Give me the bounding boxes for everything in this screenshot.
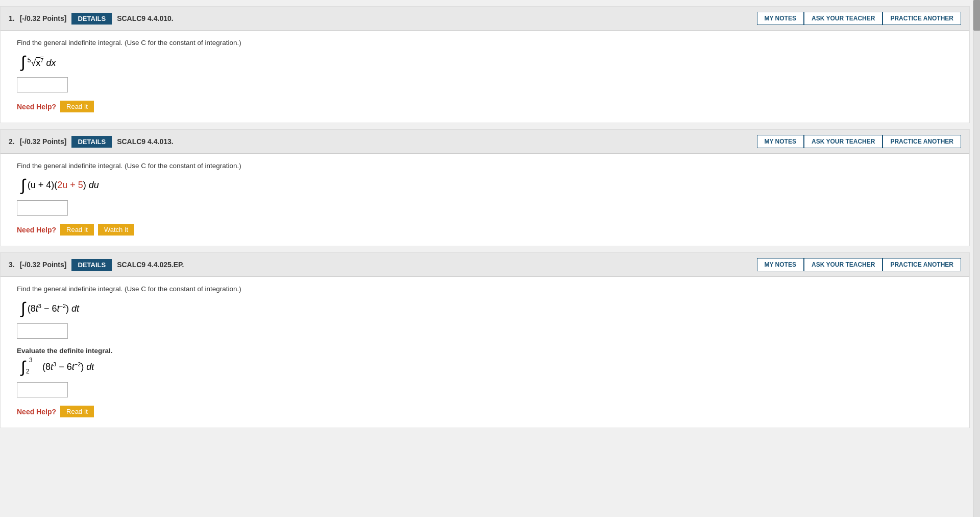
problem-2-instruction: Find the general indefinite integral. (U… (17, 162, 953, 170)
problem-1-code: SCALC9 4.4.010. (117, 14, 751, 22)
problem-1-number: 1. (9, 14, 15, 22)
problem-3-points: [-/0.32 Points] (20, 261, 67, 269)
problem-3-body: Find the general indefinite integral. (U… (1, 277, 969, 428)
problem-3-definite-expr: (8t3 − 6t−2) dt (42, 361, 94, 372)
problem-3-header: 3. [-/0.32 Points] DETAILS SCALC9 4.4.02… (1, 253, 969, 277)
integral-sign-3-definite: ∫ 3 2 (21, 359, 32, 375)
problem-1: 1. [-/0.32 Points] DETAILS SCALC9 4.4.01… (0, 6, 970, 123)
problem-2-read-it-button[interactable]: Read It (60, 224, 94, 236)
problem-1-answer-input[interactable] (17, 77, 68, 92)
problem-3-number: 3. (9, 261, 15, 269)
problem-3: 3. [-/0.32 Points] DETAILS SCALC9 4.4.02… (0, 252, 970, 428)
problem-1-read-it-button[interactable]: Read It (60, 101, 94, 112)
problem-2-need-help: Need Help? Read It Watch It (17, 224, 953, 236)
problem-1-my-notes-button[interactable]: MY NOTES (757, 12, 804, 25)
problem-3-ask-teacher-button[interactable]: ASK YOUR TEACHER (804, 258, 883, 271)
problem-1-ask-teacher-button[interactable]: ASK YOUR TEACHER (804, 12, 883, 25)
problem-3-math-indefinite: ∫ (8t3 − 6t−2) dt (21, 300, 953, 316)
problem-1-practice-button[interactable]: PRACTICE ANOTHER (883, 12, 961, 25)
problem-1-instruction: Find the general indefinite integral. (U… (17, 39, 953, 46)
problem-1-header: 1. [-/0.32 Points] DETAILS SCALC9 4.4.01… (1, 7, 969, 31)
problem-2-practice-button[interactable]: PRACTICE ANOTHER (883, 135, 961, 148)
problem-2-details-button[interactable]: DETAILS (71, 136, 112, 148)
problem-2-code: SCALC9 4.4.013. (117, 137, 751, 146)
problem-2-header: 2. [-/0.32 Points] DETAILS SCALC9 4.4.01… (1, 130, 969, 154)
scrollbar-thumb[interactable] (973, 0, 980, 31)
problem-2-math-expr: (u + 4)(2u + 5) du (28, 180, 99, 191)
problem-1-need-help: Need Help? Read It (17, 101, 953, 112)
problem-3-answer-input-definite[interactable] (17, 382, 68, 397)
problem-3-need-help-label: Need Help? (17, 408, 56, 416)
problem-2-answer-input[interactable] (17, 200, 68, 216)
problem-1-body: Find the general indefinite integral. (U… (1, 31, 969, 123)
integral-sign-3: ∫ (21, 300, 26, 316)
problem-3-instruction: Find the general indefinite integral. (U… (17, 285, 953, 293)
problem-2-watch-it-button[interactable]: Watch It (98, 224, 134, 236)
problem-3-practice-button[interactable]: PRACTICE ANOTHER (883, 258, 961, 271)
problem-1-math-expr: 5√x7 dx (28, 57, 56, 68)
problem-3-math-definite: ∫ 3 2 (8t3 − 6t−2) dt (21, 359, 953, 375)
integral-sign-2: ∫ (21, 177, 26, 193)
problem-2-header-buttons: MY NOTES ASK YOUR TEACHER PRACTICE ANOTH… (757, 135, 962, 148)
problem-3-read-it-button[interactable]: Read It (60, 406, 94, 417)
problem-2-number: 2. (9, 137, 15, 146)
problem-2: 2. [-/0.32 Points] DETAILS SCALC9 4.4.01… (0, 129, 970, 246)
problem-3-eval-section: Evaluate the definite integral. ∫ 3 2 (8… (17, 347, 953, 397)
scrollbar[interactable] (973, 0, 980, 434)
problem-3-eval-label: Evaluate the definite integral. (17, 347, 953, 355)
problem-2-ask-teacher-button[interactable]: ASK YOUR TEACHER (804, 135, 883, 148)
problem-2-my-notes-button[interactable]: MY NOTES (757, 135, 804, 148)
problem-3-need-help: Need Help? Read It (17, 406, 953, 417)
problem-1-need-help-label: Need Help? (17, 103, 56, 111)
problem-1-math: ∫ 5√x7 dx (21, 54, 953, 70)
problem-2-points: [-/0.32 Points] (20, 137, 67, 146)
problem-2-math: ∫ (u + 4)(2u + 5) du (21, 177, 953, 193)
problem-1-header-buttons: MY NOTES ASK YOUR TEACHER PRACTICE ANOTH… (757, 12, 962, 25)
integral-sign-1: ∫ (21, 54, 26, 70)
problem-3-header-buttons: MY NOTES ASK YOUR TEACHER PRACTICE ANOTH… (757, 258, 962, 271)
problem-1-points: [-/0.32 Points] (20, 14, 67, 22)
problem-3-math-expr: (8t3 − 6t−2) dt (28, 303, 79, 314)
problem-3-code: SCALC9 4.4.025.EP. (117, 261, 751, 269)
problem-3-answer-input-indefinite[interactable] (17, 323, 68, 339)
problem-3-details-button[interactable]: DETAILS (71, 259, 112, 271)
problem-2-need-help-label: Need Help? (17, 226, 56, 234)
problem-1-details-button[interactable]: DETAILS (71, 13, 112, 25)
problem-3-my-notes-button[interactable]: MY NOTES (757, 258, 804, 271)
problem-2-body: Find the general indefinite integral. (U… (1, 154, 969, 246)
